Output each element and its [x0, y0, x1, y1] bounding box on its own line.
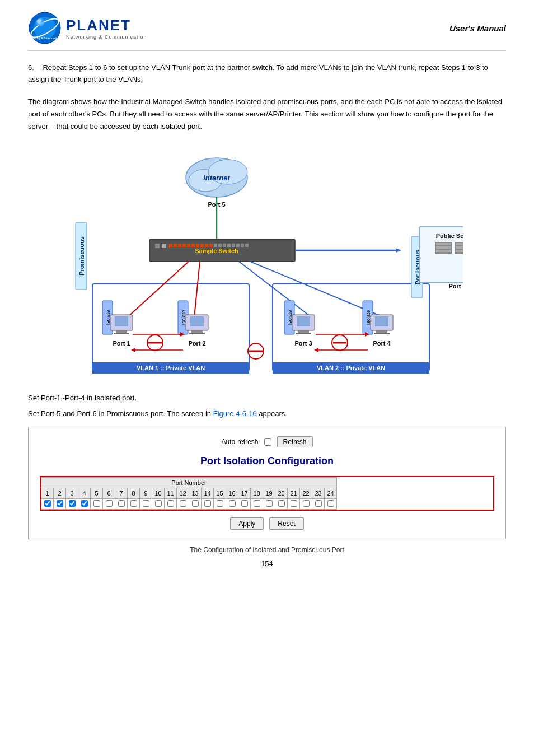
- svg-text:Promiscuous: Promiscuous: [78, 236, 85, 276]
- port-number-cell-13: 13: [189, 488, 202, 499]
- port-checkbox-13[interactable]: [192, 500, 199, 507]
- svg-rect-23: [162, 244, 166, 248]
- port-number-cell-1: 1: [41, 488, 54, 499]
- svg-rect-55: [456, 250, 463, 252]
- logo-text: PLANET Networking & Communication: [66, 17, 147, 40]
- port-checkbox-22[interactable]: [303, 500, 310, 507]
- svg-rect-34: [214, 244, 217, 247]
- svg-rect-88: [296, 333, 311, 334]
- port-checkbox-cell-16: [226, 499, 238, 510]
- port-checkbox-15[interactable]: [217, 500, 223, 507]
- svg-text:Port 2: Port 2: [188, 340, 205, 347]
- port-number-cell-16: 16: [226, 488, 238, 499]
- port-checkbox-cell-21: [288, 499, 300, 510]
- port-number-cell-8: 8: [128, 488, 140, 499]
- port-checkbox-cell-23: [312, 499, 325, 510]
- svg-rect-65: [116, 330, 127, 333]
- reset-button[interactable]: Reset: [269, 517, 303, 530]
- instruction-line2-suffix: appears.: [257, 409, 287, 418]
- logo-planet-text: PLANET: [66, 17, 147, 34]
- port-checkbox-7[interactable]: [118, 500, 125, 507]
- svg-text:VLAN 1 :: Private VLAN: VLAN 1 :: Private VLAN: [137, 365, 205, 371]
- svg-text:VLAN 2 :: Private VLAN: VLAN 2 :: Private VLAN: [317, 365, 385, 371]
- port-checkbox-24[interactable]: [327, 500, 334, 507]
- port-number-cell-14: 14: [202, 488, 214, 499]
- port-checkbox-10[interactable]: [155, 500, 162, 507]
- svg-rect-37: [227, 244, 231, 247]
- port-checkbox-cell-10: [152, 499, 165, 510]
- button-row: Apply Reset: [40, 517, 494, 530]
- planet-logo-icon: Networking & Communication: [28, 11, 62, 45]
- port-checkbox-1[interactable]: [44, 500, 51, 507]
- port-checkbox-cell-5: [91, 499, 103, 510]
- svg-rect-30: [196, 244, 199, 247]
- port-checkbox-cell-24: [325, 499, 337, 510]
- port-checkbox-19[interactable]: [266, 500, 273, 507]
- port-checkbox-14[interactable]: [204, 500, 211, 507]
- refresh-button[interactable]: Refresh: [277, 436, 313, 447]
- svg-text:Port 4: Port 4: [373, 340, 391, 347]
- svg-marker-102: [314, 348, 318, 352]
- config-box-header: Auto-refresh Refresh: [40, 436, 494, 447]
- port-number-header: Port Number: [41, 478, 337, 488]
- port-number-cell-10: 10: [152, 488, 165, 499]
- svg-text:Internet: Internet: [203, 174, 230, 182]
- port-checkbox-2[interactable]: [57, 500, 63, 507]
- svg-rect-41: [245, 244, 249, 247]
- svg-rect-25: [174, 244, 177, 247]
- svg-rect-66: [114, 333, 129, 334]
- port-checkbox-4[interactable]: [81, 500, 88, 507]
- auto-refresh-checkbox[interactable]: [264, 438, 271, 446]
- port-checkbox-cell-8: [128, 499, 140, 510]
- svg-rect-75: [189, 333, 205, 334]
- svg-rect-24: [169, 244, 172, 247]
- instruction-line2-prefix: Set Port-5 and Port-6 in Promiscuous por…: [28, 409, 213, 418]
- port-checkbox-20[interactable]: [278, 500, 285, 507]
- port-checkbox-9[interactable]: [143, 500, 149, 507]
- port-checkbox-17[interactable]: [241, 500, 248, 507]
- port-checkbox-row: [41, 499, 337, 510]
- svg-text:Port 6: Port 6: [448, 283, 463, 290]
- svg-rect-33: [209, 244, 213, 247]
- port-checkbox-3[interactable]: [69, 500, 76, 507]
- port-checkbox-16[interactable]: [229, 500, 236, 507]
- port-checkbox-8[interactable]: [130, 500, 137, 507]
- svg-rect-86: [297, 316, 310, 326]
- port-number-cell-24: 24: [325, 488, 337, 499]
- svg-rect-64: [115, 316, 128, 326]
- svg-rect-54: [456, 246, 463, 249]
- svg-line-59: [239, 262, 312, 318]
- port-checkbox-18[interactable]: [254, 500, 260, 507]
- svg-rect-26: [178, 244, 181, 247]
- port-checkbox-12[interactable]: [180, 500, 186, 507]
- port-checkbox-11[interactable]: [167, 500, 174, 507]
- port-number-cell-22: 22: [300, 488, 312, 499]
- page-number: 154: [28, 559, 506, 568]
- svg-rect-22: [155, 244, 160, 248]
- svg-rect-32: [205, 244, 208, 247]
- port-number-cell-19: 19: [263, 488, 275, 499]
- caption: The Configuration of Isolated and Promis…: [28, 546, 506, 554]
- port-checkbox-cell-19: [263, 499, 275, 510]
- port-checkbox-cell-22: [300, 499, 312, 510]
- page: Networking & Communication PLANET Networ…: [0, 0, 534, 596]
- config-box: Auto-refresh Refresh Port Isolation Conf…: [28, 427, 506, 539]
- manual-title: User's Manual: [449, 24, 506, 33]
- port-number-row: 123456789101112131415161718192021222324: [41, 488, 337, 499]
- apply-button[interactable]: Apply: [230, 517, 264, 530]
- logo: Networking & Communication PLANET Networ…: [28, 11, 147, 45]
- svg-rect-36: [223, 244, 226, 247]
- network-diagram: Promiscuous VLAN 1 :: Private VLAN VLAN …: [71, 144, 463, 381]
- figure-link[interactable]: Figure 4-6-16: [213, 409, 257, 418]
- port-checkbox-23[interactable]: [315, 500, 322, 507]
- port-checkbox-21[interactable]: [291, 500, 297, 507]
- port-checkbox-5[interactable]: [93, 500, 100, 507]
- svg-text:Public Servers: Public Servers: [436, 232, 463, 239]
- svg-rect-50: [436, 246, 451, 249]
- port-checkbox-6[interactable]: [106, 500, 113, 507]
- port-checkbox-cell-12: [177, 499, 189, 510]
- auto-refresh-label: Auto-refresh: [221, 438, 258, 446]
- port-number-cell-9: 9: [140, 488, 152, 499]
- svg-point-4: [37, 19, 41, 24]
- port-number-cell-7: 7: [115, 488, 128, 499]
